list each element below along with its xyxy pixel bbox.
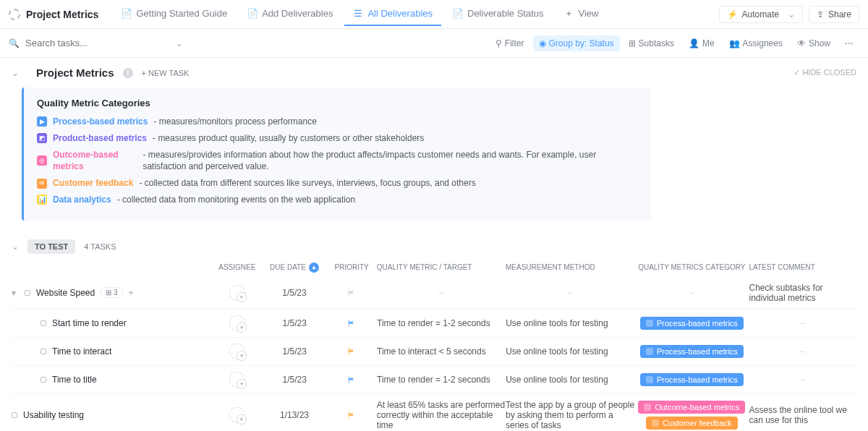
- due-date[interactable]: 1/5/23: [263, 375, 327, 385]
- tab-add-deliverables[interactable]: 📄Add Deliverables: [239, 2, 341, 26]
- hide-closed-toggle[interactable]: ✓ HIDE CLOSED: [793, 68, 856, 77]
- info-heading: Quality Metric Categories: [37, 98, 638, 108]
- category-cell: Process-based metrics: [634, 317, 749, 330]
- show-button[interactable]: 👁Show: [791, 35, 836, 51]
- people-icon: 👥: [729, 38, 740, 48]
- category-cell: Process-based metrics: [634, 373, 749, 386]
- tab-getting-started[interactable]: 📄Getting Started Guide: [113, 2, 236, 26]
- latest-comment: Check subtasks for individual metrics: [749, 283, 856, 303]
- priority-flag[interactable]: [327, 288, 377, 298]
- filter-icon: ⚲: [495, 38, 502, 48]
- task-row[interactable]: ▾Website Speed⊞ 3+ 1/5/23 – – – Check su…: [12, 277, 856, 310]
- doc-icon: 📄: [122, 9, 132, 19]
- task-count: 4 TASKS: [84, 242, 116, 251]
- subtask-count[interactable]: ⊞ 3: [101, 287, 122, 298]
- group-header: ⌄ TO TEST 4 TASKS: [12, 235, 856, 258]
- share-button[interactable]: ⇪Share: [809, 6, 859, 23]
- due-date[interactable]: 1/5/23: [262, 288, 326, 298]
- measurement-method: Use online tools for testing: [506, 375, 634, 385]
- task-name: Time to title: [52, 375, 97, 385]
- page-title-row: ⌄ Project Metrics i + NEW TASK ✓ HIDE CL…: [12, 67, 856, 79]
- task-row[interactable]: Time to interact 1/5/23 Time to interact…: [12, 338, 856, 366]
- latest-comment: –: [749, 346, 856, 357]
- measurement-method: Use online tools for testing: [506, 346, 634, 357]
- latest-comment: –: [749, 318, 856, 328]
- info-line-customer: ✉Customer feedback - collected data from…: [37, 177, 638, 189]
- priority-flag[interactable]: [327, 318, 377, 328]
- assignee-avatar[interactable]: [229, 315, 245, 331]
- app-title-block: Project Metrics: [9, 9, 98, 20]
- category-cell: Process-based metrics: [634, 345, 749, 358]
- badge-process: Process-based metrics: [640, 317, 744, 330]
- more-button[interactable]: ⋯: [839, 35, 859, 51]
- share-icon: ⇪: [817, 9, 824, 20]
- group-by-button[interactable]: ◉Group by: Status: [533, 35, 620, 51]
- eye-icon: 👁: [797, 38, 806, 48]
- task-status-icon[interactable]: [41, 320, 46, 326]
- add-subtask-icon[interactable]: +: [129, 288, 134, 298]
- new-task-button[interactable]: + NEW TASK: [142, 69, 190, 77]
- play-icon: ▶: [37, 116, 47, 127]
- box-icon: ◩: [37, 133, 47, 143]
- due-date[interactable]: 1/5/23: [263, 346, 327, 357]
- doc-icon: 📄: [453, 9, 463, 19]
- collapse-icon[interactable]: ⌄: [12, 68, 22, 78]
- task-status-icon[interactable]: [25, 290, 30, 296]
- assignee-avatar[interactable]: [229, 372, 245, 388]
- app-title: Project Metrics: [26, 9, 98, 20]
- task-row[interactable]: Usability testing 1/13/23 At least 65% t…: [12, 394, 856, 431]
- task-name: Usability testing: [23, 410, 84, 420]
- automate-button[interactable]: ⚡Automate⌄: [719, 6, 803, 23]
- info-line-outcome: ◎Outcome-based metrics - measures/provid…: [37, 149, 638, 174]
- due-date[interactable]: 1/13/23: [262, 410, 326, 420]
- tab-deliverable-status[interactable]: 📄Deliverable Status: [444, 2, 553, 26]
- person-icon: 👤: [689, 38, 699, 48]
- task-name: Website Speed: [36, 288, 95, 298]
- task-status-icon[interactable]: [41, 377, 46, 383]
- task-name: Time to interact: [52, 346, 111, 357]
- chart-icon: 📊: [37, 195, 47, 205]
- badge-process: Process-based metrics: [640, 373, 744, 386]
- task-status-icon[interactable]: [41, 349, 46, 354]
- due-date[interactable]: 1/5/23: [263, 318, 327, 328]
- chevron-down-icon[interactable]: ⌄: [176, 38, 183, 48]
- badge-outcome: Outcome-based metrics: [638, 401, 745, 414]
- priority-flag[interactable]: [327, 346, 377, 357]
- sort-indicator-icon[interactable]: ▲: [309, 263, 319, 273]
- me-button[interactable]: 👤Me: [683, 35, 720, 51]
- assignee-avatar[interactable]: [229, 343, 245, 359]
- plus-icon: +: [564, 9, 574, 19]
- task-status-icon[interactable]: [12, 412, 17, 418]
- info-icon[interactable]: i: [123, 68, 133, 78]
- task-row[interactable]: Time to title 1/5/23 Time to render = 1-…: [12, 366, 856, 394]
- view-tabs: 📄Getting Started Guide 📄Add Deliverables…: [113, 2, 718, 26]
- filter-button[interactable]: ⚲Filter: [490, 35, 530, 51]
- task-row[interactable]: Start time to render 1/5/23 Time to rend…: [12, 310, 856, 338]
- collapse-icon[interactable]: ⌄: [12, 242, 22, 252]
- info-line-process: ▶Process-based metrics - measures/monito…: [37, 116, 638, 128]
- tab-add-view[interactable]: +View: [556, 2, 608, 26]
- status-pill[interactable]: TO TEST: [27, 239, 75, 254]
- quality-target: –: [377, 288, 506, 298]
- expand-icon[interactable]: ▾: [12, 288, 19, 298]
- main-content: ⌄ Project Metrics i + NEW TASK ✓ HIDE CL…: [0, 58, 868, 431]
- toolbar-filters: ⚲Filter ◉Group by: Status ⊞Subtasks 👤Me …: [490, 35, 859, 51]
- category-cell: –: [634, 288, 749, 298]
- chevron-down-icon: ⌄: [788, 9, 795, 20]
- assignee-avatar[interactable]: [229, 407, 245, 423]
- info-line-analytics: 📊Data analytics - collected data from mo…: [37, 194, 638, 206]
- search-container: 🔍 ⌄: [9, 38, 490, 48]
- search-icon: 🔍: [9, 38, 20, 48]
- toolbar: 🔍 ⌄ ⚲Filter ◉Group by: Status ⊞Subtasks …: [0, 29, 868, 58]
- priority-flag[interactable]: [327, 410, 377, 420]
- measurement-method: Use online tools for testing: [506, 318, 634, 328]
- column-headers: ASSIGNEE DUE DATE▲ PRIORITY QUALITY METR…: [12, 258, 856, 277]
- assignee-avatar[interactable]: [229, 285, 245, 301]
- measurement-method: –: [506, 288, 634, 298]
- search-input[interactable]: [25, 38, 170, 48]
- badge-process: Process-based metrics: [640, 345, 744, 358]
- tab-all-deliverables[interactable]: ☰All Deliverables: [344, 2, 441, 26]
- assignees-button[interactable]: 👥Assignees: [723, 35, 788, 51]
- subtasks-button[interactable]: ⊞Subtasks: [623, 35, 680, 51]
- priority-flag[interactable]: [327, 375, 377, 385]
